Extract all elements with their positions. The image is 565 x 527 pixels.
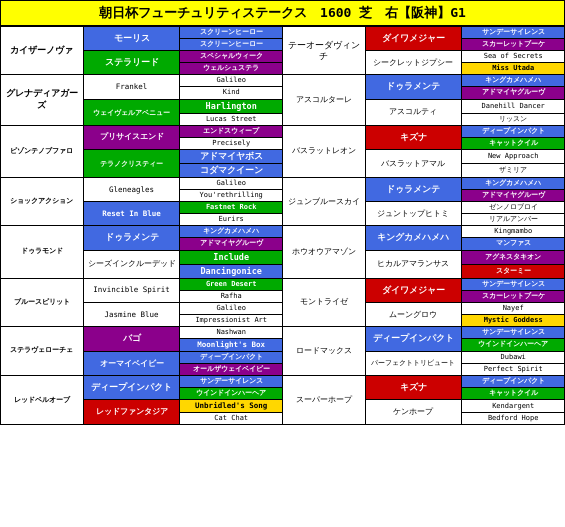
cell: ダイワメジャー (365, 27, 462, 51)
cell: キズナ (365, 125, 462, 149)
cell: ウェイヴェルアベニュー (83, 99, 180, 125)
cell: Green Desert (180, 278, 283, 290)
cell: コダマクイーン (180, 163, 283, 177)
title-bar: 朝日杯フューチュリティステークス 1600 芝 右【阪神】G1 (0, 0, 565, 26)
cell: リッスン (462, 113, 565, 125)
cell: キングカメハメハ (462, 75, 565, 87)
cell: サンデーサイレンス (462, 27, 565, 39)
cell: ディープインパクト (365, 327, 462, 352)
horse-name-mid: ムーングロウ (365, 302, 462, 326)
horse-name: ドゥラモンド (1, 226, 84, 278)
cell: Impressionist Art (180, 314, 283, 326)
cell: Fastnet Rock (180, 202, 283, 214)
cell: Cat Chat (180, 412, 283, 424)
horse-name-mid: ロードマックス (282, 327, 365, 376)
cell: Include (180, 250, 283, 264)
cell: Sea of Secrets (462, 51, 565, 63)
cell: ドゥラメンテ (83, 226, 180, 250)
horse-name: ステラヴェローチェ (1, 327, 84, 376)
horse-name-mid: ジュントップヒトミ (365, 202, 462, 226)
cell: キングカメハメハ (462, 177, 565, 189)
cell: エンドスウィープ (180, 125, 283, 137)
horse-name-mid: ホウオウアマゾン (282, 226, 365, 278)
cell: スターミー (462, 264, 565, 278)
cell: ダイワメジャー (365, 278, 462, 302)
cell: Dancingonice (180, 264, 283, 278)
cell: スクリーンヒーロー (180, 27, 283, 39)
cell: シーズインクルーデッド (83, 250, 180, 278)
cell: ゼンノロブロイ (462, 202, 565, 214)
cell: Rafha (180, 290, 283, 302)
cell: オーマイベイビー (83, 351, 180, 375)
table-row: グレナディアガーズ Frankel Galileo アスコルターレ ドゥラメンテ… (1, 75, 565, 87)
cell: Galileo (180, 75, 283, 87)
cell: Gleneagles (83, 177, 180, 201)
cell: ステラリード (83, 51, 180, 75)
cell: Moonlight's Box (180, 339, 283, 352)
table-row: ブルースピリット Invincible Spirit Green Desert … (1, 278, 565, 290)
cell: サンデーサイレンス (462, 327, 565, 339)
cell: バゴ (83, 327, 180, 352)
horse-name: レッドベルオーブ (1, 376, 84, 425)
table-row: ステラヴェローチェ バゴ Nashwan ロードマックス ディープインパクト サ… (1, 327, 565, 339)
race-table: カイザーノヴァ モーリス スクリーンヒーロー テーオーダヴィンチ ダイワメジャー… (0, 26, 565, 425)
table-row: ビゾンテノブファロ プリサイスエンド エンドスウィープ バスラットレオン キズナ… (1, 125, 565, 137)
cell: Nayef (462, 302, 565, 314)
cell: キャットクイル (462, 388, 565, 400)
cell: サンデーサイレンス (462, 278, 565, 290)
cell: テラノクリスティー (83, 149, 180, 177)
cell: スカーレットブーケ (462, 39, 565, 51)
cell: キングカメハメハ (365, 226, 462, 250)
cell: ドゥラメンテ (365, 75, 462, 99)
horse-name-mid: バスラットレオン (282, 125, 365, 177)
cell: Nashwan (180, 327, 283, 339)
cell: ディープインパクト (180, 351, 283, 363)
cell: アグネスタキオン (462, 250, 565, 264)
cell: Frankel (83, 75, 180, 99)
cell: ウインドインハーヘア (180, 388, 283, 400)
horse-name: ブルースピリット (1, 278, 84, 326)
horse-name-mid: テーオーダヴィンチ (282, 27, 365, 75)
cell: キャットクイル (462, 137, 565, 149)
cell: Precisely (180, 137, 283, 149)
cell: Danehill Dancer (462, 99, 565, 113)
cell: アドマイヤボス (180, 149, 283, 163)
cell: スカーレットブーケ (462, 290, 565, 302)
horse-name: ショックアクション (1, 177, 84, 225)
cell: リアルアンバー (462, 214, 565, 226)
cell: サンデーサイレンス (180, 376, 283, 388)
horse-name-mid: モントライゼ (282, 278, 365, 326)
cell: マンファス (462, 238, 565, 250)
horse-name-mid: アスコルターレ (282, 75, 365, 125)
cell: ドゥラメンテ (365, 177, 462, 201)
table-row: レッドベルオーブ ディープインパクト サンデーサイレンス スーパーホープ キズナ… (1, 376, 565, 388)
cell: You'rethrilling (180, 190, 283, 202)
cell: Eurirs (180, 214, 283, 226)
cell: ザミリア (462, 163, 565, 177)
cell: ディープインパクト (83, 376, 180, 400)
cell: キズナ (365, 376, 462, 400)
table-row: カイザーノヴァ モーリス スクリーンヒーロー テーオーダヴィンチ ダイワメジャー… (1, 27, 565, 39)
horse-name: ビゾンテノブファロ (1, 125, 84, 177)
table-row: ドゥラモンド ドゥラメンテ キングカメハメハ ホウオウアマゾン キングカメハメハ… (1, 226, 565, 238)
cell: アドマイヤグルーヴ (180, 238, 283, 250)
cell: Harlington (180, 99, 283, 113)
cell: Invincible Spirit (83, 278, 180, 302)
cell: ウインドインハーヘア (462, 339, 565, 352)
cell: Mystic Goddess (462, 314, 565, 326)
horse-name-mid: スーパーホープ (282, 376, 365, 425)
cell: Kingmambo (462, 226, 565, 238)
horse-name-mid: バスラットアマル (365, 149, 462, 177)
horse-name-mid: ヒカルアマランサス (365, 250, 462, 278)
cell: プリサイスエンド (83, 125, 180, 149)
cell: ディープインパクト (462, 125, 565, 137)
cell: Reset In Blue (83, 202, 180, 226)
cell: Galileo (180, 302, 283, 314)
race-title: 朝日杯フューチュリティステークス 1600 芝 右【阪神】G1 (99, 5, 466, 20)
cell: Lucas Street (180, 113, 283, 125)
horse-name-mid: ジュンブルースカイ (282, 177, 365, 225)
cell: ディープインパクト (462, 376, 565, 388)
cell: スクリーンヒーロー (180, 39, 283, 51)
cell: Kind (180, 87, 283, 99)
cell: Miss Utada (462, 63, 565, 75)
